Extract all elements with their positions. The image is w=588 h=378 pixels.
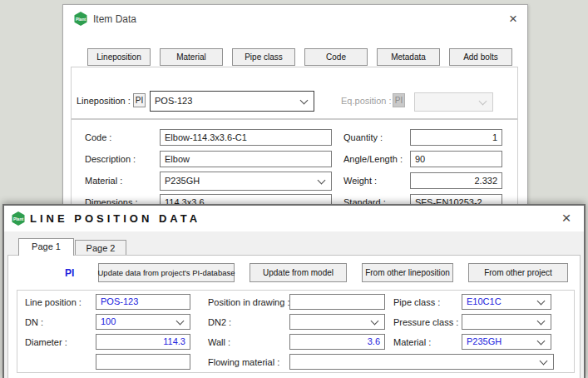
dn2-select[interactable] bbox=[289, 314, 385, 330]
pipe-class-button[interactable]: Pipe class bbox=[232, 48, 295, 66]
from-other-project-button[interactable]: From other project bbox=[468, 263, 568, 282]
svg-text:Plant: Plant bbox=[76, 17, 86, 22]
eq-position-pi-badge: PI bbox=[393, 93, 405, 107]
pipe-class-label: Pipe class : bbox=[393, 295, 440, 310]
lpd-material-value: P235GH bbox=[467, 336, 502, 346]
chevron-down-icon bbox=[479, 97, 487, 105]
material-value: P235GH bbox=[165, 176, 200, 186]
chevron-down-icon bbox=[540, 356, 548, 365]
pipe-class-select[interactable]: E10C1C bbox=[462, 294, 551, 310]
lineposition-label: Lineposition : bbox=[77, 93, 131, 108]
position-in-drawing-label: Position in drawing : bbox=[208, 295, 289, 310]
item-data-dialog: Plant Item Data × Lineposition Material … bbox=[62, 4, 528, 206]
tab-page-2[interactable]: Page 2 bbox=[75, 240, 126, 256]
weight-label: Weight : bbox=[343, 173, 377, 188]
plant-logo-icon: Plant bbox=[12, 211, 25, 226]
line-position-input[interactable]: POS-123 bbox=[96, 294, 190, 310]
line-position-data-dialog: Plant LINE POSITION DATA × Page 1 Page 2… bbox=[2, 204, 586, 378]
dn2-label: DN2 : bbox=[208, 315, 231, 330]
weight-input[interactable]: 2.332 bbox=[410, 172, 502, 189]
diameter-input[interactable]: 114.3 bbox=[96, 334, 190, 350]
lineposition-value: POS-123 bbox=[155, 96, 192, 106]
chevron-down-icon bbox=[537, 316, 546, 325]
item-data-title: Item Data bbox=[93, 13, 136, 25]
from-other-lineposition-button[interactable]: From other lineposition bbox=[362, 263, 453, 282]
dn-select[interactable]: 100 bbox=[96, 314, 190, 330]
lineposition-button[interactable]: Lineposition bbox=[87, 48, 151, 66]
chevron-down-icon bbox=[537, 296, 546, 305]
chevron-down-icon bbox=[300, 96, 309, 104]
update-from-pi-database-button[interactable]: Update data from project's PI-database bbox=[98, 263, 235, 282]
code-input[interactable]: Elbow-114.3x3.6-C1 bbox=[160, 129, 332, 146]
line-position-titlebar[interactable]: Plant LINE POSITION DATA × bbox=[4, 206, 584, 231]
wall-input[interactable]: 3.6 bbox=[289, 334, 385, 350]
item-data-toolbar: Lineposition Material Pipe class Code Me… bbox=[87, 48, 512, 66]
close-icon[interactable]: × bbox=[559, 211, 574, 226]
quantity-label: Quantity : bbox=[343, 130, 383, 145]
description-label: Description : bbox=[85, 152, 136, 167]
tab-page-panel: PI Update data from project's PI-databas… bbox=[7, 255, 581, 378]
angle-length-label: Angle/Length : bbox=[343, 152, 403, 167]
material-button[interactable]: Material bbox=[160, 48, 223, 66]
metadata-button[interactable]: Metadata bbox=[377, 48, 440, 66]
pipe-class-value: E10C1C bbox=[467, 296, 502, 306]
description-input[interactable]: Elbow bbox=[160, 151, 332, 167]
dn-value: 100 bbox=[101, 316, 116, 326]
plant-logo-icon: Plant bbox=[74, 12, 87, 26]
pi-label: PI bbox=[65, 266, 74, 281]
item-data-titlebar[interactable]: Plant Item Data × bbox=[63, 5, 527, 32]
line-position-label: Line position : bbox=[25, 295, 82, 310]
lineposition-select[interactable]: POS-123 bbox=[150, 91, 314, 112]
tab-page-1[interactable]: Page 1 bbox=[18, 238, 74, 256]
add-bolts-button[interactable]: Add bolts bbox=[449, 48, 512, 66]
lpd-material-label: Material : bbox=[393, 335, 431, 350]
line-position-title: LINE POSITION DATA bbox=[30, 212, 200, 225]
close-icon[interactable]: × bbox=[506, 12, 521, 27]
lpd-material-select[interactable]: P235GH bbox=[462, 334, 551, 350]
eq-position-label: Eq.position : bbox=[341, 93, 392, 108]
chevron-down-icon bbox=[318, 176, 326, 184]
code-label: Code : bbox=[85, 130, 111, 145]
extra-input[interactable] bbox=[96, 354, 190, 370]
diameter-label: Diameter : bbox=[25, 335, 67, 350]
quantity-input[interactable]: 1 bbox=[410, 129, 502, 146]
flowing-material-label: Flowing material : bbox=[208, 355, 279, 370]
dn-label: DN : bbox=[25, 315, 43, 330]
eq-position-select bbox=[414, 92, 493, 112]
angle-length-input[interactable]: 90 bbox=[410, 151, 502, 167]
code-button[interactable]: Code bbox=[304, 48, 368, 66]
chevron-down-icon bbox=[537, 336, 546, 345]
material-label: Material : bbox=[85, 173, 122, 188]
wall-label: Wall : bbox=[208, 335, 230, 350]
flowing-material-select[interactable] bbox=[289, 354, 554, 370]
position-in-drawing-input[interactable] bbox=[289, 294, 385, 310]
update-from-model-button[interactable]: Update from model bbox=[250, 263, 347, 282]
svg-text:Plant: Plant bbox=[13, 216, 24, 221]
pressure-class-label: Pressure class : bbox=[393, 315, 458, 330]
line-position-actions: Update data from project's PI-database U… bbox=[98, 263, 568, 282]
lineposition-pi-badge[interactable]: PI bbox=[133, 93, 146, 107]
chevron-down-icon bbox=[371, 316, 379, 325]
chevron-down-icon bbox=[176, 316, 185, 325]
pressure-class-select[interactable] bbox=[462, 314, 551, 330]
material-select[interactable]: P235GH bbox=[160, 172, 332, 191]
